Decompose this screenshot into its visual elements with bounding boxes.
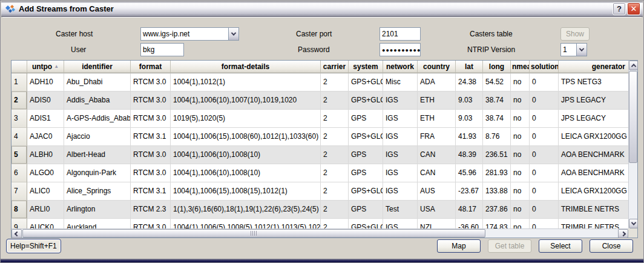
cell-format[interactable]: RTCM 3.1 [131,128,171,146]
cell-format[interactable]: RTCM 3.0 [131,73,171,92]
table-row[interactable]: 1ADH10Abu_DhabiRTCM 3.01004(1),1012(1)2G… [12,73,628,92]
cell-lat[interactable]: -36.60 [456,219,483,228]
cell-network[interactable]: IGS [383,128,418,146]
cell-identifier[interactable]: Arlington [64,201,131,219]
vertical-scrollbar[interactable] [628,61,637,228]
cell-untpo[interactable]: ALGO0 [27,164,64,182]
column-header-generator[interactable]: generator [559,61,628,73]
horizontal-scrollbar[interactable] [12,228,628,238]
cell-solution[interactable]: 0 [530,201,559,219]
column-header-format[interactable]: format [131,61,171,73]
cell-identifier[interactable]: Ajaccio [64,128,131,146]
caster-host-combobox[interactable]: www.igs-ip.net [140,27,239,41]
cell-format-details[interactable]: 1004(1),1006(15),1008(60),1012(1),1033(6… [171,128,321,146]
cell-country[interactable]: CAN [418,164,456,182]
cell-network[interactable]: IGS [383,164,418,182]
cell-format[interactable]: RTCM 3.0 [131,146,171,164]
cell-format-details[interactable]: 1004(1),1006(15),1008(15),1012(1) [171,182,321,201]
cell-solution[interactable]: 0 [530,128,559,146]
select-button[interactable]: Select [539,239,582,253]
row-number[interactable]: 4 [12,128,27,146]
cell-system[interactable]: GPS+GLO [349,219,383,228]
cell-country[interactable]: AUS [418,182,456,201]
cell-solution[interactable]: 0 [530,92,559,110]
caster-port-input[interactable]: 2101 [380,27,421,41]
help-icon[interactable]: ? [613,2,626,15]
column-header-nmea[interactable]: nmea [511,61,530,73]
table-row[interactable]: 5ALBH0Albert-HeadRTCM 3.01004(1),1006(10… [12,146,628,164]
cell-untpo[interactable]: ALIC0 [27,182,64,201]
cell-identifier[interactable]: Albert-Head [64,146,131,164]
row-number[interactable]: 6 [12,164,27,182]
scroll-left-icon[interactable] [12,229,22,238]
password-input[interactable]: ●●●●●●●●●● [380,43,421,56]
cell-generator[interactable]: AOA BENCHMARK [559,164,628,182]
row-number[interactable]: 7 [12,182,27,201]
map-button[interactable]: Map [437,239,481,253]
cell-format[interactable]: RTCM 3.0 [131,110,171,128]
show-button[interactable]: Show [560,27,590,41]
cell-generator[interactable]: TPS NETG3 [559,73,628,92]
header-corner-cell[interactable] [12,61,27,73]
cell-network[interactable]: IGS [383,92,418,110]
cell-carrier[interactable]: 2 [321,201,349,219]
cell-network[interactable]: Test [383,201,418,219]
cell-network[interactable]: IGS [383,219,418,228]
row-number[interactable]: 2 [12,92,27,110]
cell-country[interactable]: ETH [418,110,456,128]
cell-country[interactable]: CAN [418,146,456,164]
cell-carrier[interactable]: 2 [321,164,349,182]
cell-generator[interactable]: TRIMBLE NETRS [559,201,628,219]
column-header-untpo[interactable]: untpo▲ [27,61,64,73]
scroll-right-icon[interactable] [618,229,628,238]
table-row[interactable]: 9AUCK0AucklandRTCM 3.01004(1),1006(5),10… [12,219,628,228]
cell-solution[interactable]: 0 [530,164,559,182]
cell-identifier[interactable]: Abu_Dhabi [64,73,131,92]
cell-format[interactable]: RTCM 2.3 [131,201,171,219]
column-header-carrier[interactable]: carrier [321,61,349,73]
cell-nmea[interactable]: no [511,182,530,201]
cell-untpo[interactable]: ARLI0 [27,201,64,219]
title-bar[interactable]: Add Streams from Caster ? ✕ [1,1,643,17]
cell-nmea[interactable]: no [511,92,530,110]
cell-system[interactable]: GPS [349,110,383,128]
cell-nmea[interactable]: no [511,73,530,92]
cell-carrier[interactable]: 2 [321,219,349,228]
cell-carrier[interactable]: 2 [321,182,349,201]
cell-untpo[interactable]: AUCK0 [27,219,64,228]
cell-identifier[interactable]: Auckland [64,219,131,228]
cell-long[interactable]: 236.51 [483,146,511,164]
cell-identifier[interactable]: Alice_Springs [64,182,131,201]
cell-format-details[interactable]: 1004(1),1006(10),1008(10) [171,146,321,164]
cell-network[interactable]: IGS [383,146,418,164]
cell-format[interactable]: RTCM 3.0 [131,92,171,110]
scroll-down-icon[interactable] [629,219,638,228]
column-header-long[interactable]: long [483,61,511,73]
close-button[interactable]: Close [590,239,633,253]
cell-solution[interactable]: 0 [530,110,559,128]
cell-system[interactable]: GPS [349,146,383,164]
cell-untpo[interactable]: ADIS0 [27,92,64,110]
cell-lat[interactable]: -23.67 [456,182,483,201]
cell-nmea[interactable]: no [511,146,530,164]
cell-country[interactable]: ETH [418,92,456,110]
cell-untpo[interactable]: ADH10 [27,73,64,92]
column-header-country[interactable]: country [418,61,456,73]
cell-country[interactable]: FRA [418,128,456,146]
cell-solution[interactable]: 0 [530,219,559,228]
cell-system[interactable]: GPS+GLO [349,73,383,92]
cell-nmea[interactable]: no [511,201,530,219]
cell-lat[interactable]: 48.39 [456,146,483,164]
table-row[interactable]: 7ALIC0Alice_SpringsRTCM 3.11004(1),1006(… [12,182,628,201]
row-number[interactable]: 5 [12,146,27,164]
cell-nmea[interactable]: no [511,219,530,228]
cell-format[interactable]: RTCM 3.0 [131,219,171,228]
cell-system[interactable]: GPS [349,201,383,219]
column-header-format-details[interactable]: format-details [171,61,321,73]
cell-long[interactable]: 38.74 [483,110,511,128]
cell-format-details[interactable]: 1004(1),1006(5),1008(5),1012(1),1013(5),… [171,219,321,228]
cell-long[interactable]: 174.83 [483,219,511,228]
cell-identifier[interactable]: Addis_Ababa [64,92,131,110]
column-header-system[interactable]: system [349,61,383,73]
cell-long[interactable]: 54.52 [483,73,511,92]
